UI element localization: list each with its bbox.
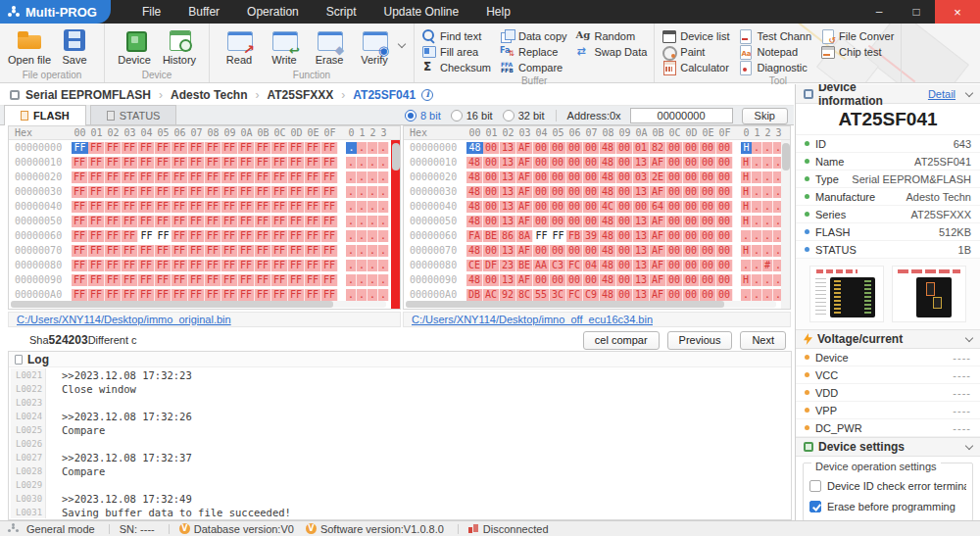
hex-byte-cell[interactable]: FF (188, 142, 205, 154)
hex-byte-cell[interactable]: AF (650, 289, 666, 301)
hex-byte-cell[interactable]: FC (566, 289, 583, 301)
hex-byte-cell[interactable]: 00 (566, 216, 583, 227)
hex-byte-cell[interactable]: 00 (666, 289, 683, 301)
ascii-cell[interactable]: . (752, 157, 762, 169)
hex-byte-cell[interactable]: 00 (716, 171, 733, 183)
hex-byte-cell[interactable]: AF (650, 274, 666, 286)
hex-byte-cell[interactable]: 8A (516, 230, 533, 242)
hex-byte-cell[interactable]: FF (305, 186, 321, 198)
ascii-cell[interactable]: . (741, 260, 752, 271)
hex-byte-cell[interactable]: AF (516, 171, 533, 183)
hex-byte-cell[interactable]: 00 (666, 216, 683, 227)
hex-byte-cell[interactable]: FF (321, 260, 338, 271)
hex-byte-cell[interactable]: 48 (600, 157, 616, 169)
ascii-cell[interactable]: . (762, 186, 773, 198)
hex-byte-cell[interactable]: 13 (500, 274, 516, 286)
read-button[interactable]: Read (217, 25, 262, 66)
ascii-cell[interactable]: . (378, 274, 389, 286)
menu-script[interactable]: Script (313, 0, 370, 24)
hex-byte-cell[interactable]: 00 (566, 171, 583, 183)
hex-byte-cell[interactable]: FF (533, 230, 550, 242)
hex-byte-cell[interactable]: 2E (650, 171, 666, 183)
hex-byte-cell[interactable]: FF (305, 201, 321, 213)
hex-byte-cell[interactable]: 00 (716, 201, 733, 213)
hex-byte-cell[interactable]: FF (238, 230, 255, 242)
hex-byte-cell[interactable]: 00 (533, 171, 550, 183)
hex-byte-cell[interactable]: CE (466, 260, 483, 271)
hex-byte-cell[interactable]: FF (172, 260, 188, 271)
hex-byte-cell[interactable]: FF (138, 186, 155, 198)
hex-byte-cell[interactable]: 00 (616, 186, 633, 198)
ascii-cell[interactable]: . (741, 230, 752, 242)
hex-byte-cell[interactable]: 00 (683, 171, 700, 183)
hex-byte-cell[interactable]: AF (516, 274, 533, 286)
ascii-cell[interactable]: . (346, 289, 357, 301)
hex-byte-cell[interactable]: AF (516, 216, 533, 227)
hex-byte-cell[interactable]: FF (122, 230, 138, 242)
hex-byte-cell[interactable]: FF (271, 142, 288, 154)
hex-byte-cell[interactable]: FF (288, 245, 305, 257)
hex-byte-cell[interactable]: FF (221, 186, 238, 198)
hex-byte-cell[interactable]: 00 (483, 201, 500, 213)
breadcrumb-item-at25sf041[interactable]: AT25SF041 (353, 88, 416, 102)
test-chann-button[interactable]: Test Chann (738, 28, 811, 43)
hex-byte-cell[interactable]: 00 (583, 274, 600, 286)
ascii-cell[interactable]: . (346, 186, 357, 198)
hex-byte-cell[interactable]: 13 (633, 230, 650, 242)
option-erase-before-programming[interactable]: Erase before programming (809, 497, 966, 515)
hex-byte-cell[interactable]: FF (271, 171, 288, 183)
hex-byte-cell[interactable]: FF (288, 216, 305, 227)
hex-byte-cell[interactable]: BE (483, 230, 500, 242)
hex-byte-cell[interactable]: 00 (700, 186, 716, 198)
hex-byte-cell[interactable]: FF (88, 186, 105, 198)
ascii-cell[interactable]: . (762, 216, 773, 227)
hex-byte-cell[interactable]: 00 (583, 186, 600, 198)
hex-byte-cell[interactable]: 13 (500, 171, 516, 183)
hex-byte-cell[interactable]: 13 (500, 142, 516, 154)
hex-byte-cell[interactable]: 00 (700, 274, 716, 286)
hex-byte-cell[interactable]: FF (255, 186, 271, 198)
ascii-cell[interactable]: . (752, 289, 762, 301)
history-button[interactable]: History (157, 25, 202, 66)
hex-byte-cell[interactable]: 00 (666, 260, 683, 271)
hex-byte-cell[interactable]: 00 (583, 142, 600, 154)
hex-byte-cell[interactable]: 00 (566, 186, 583, 198)
hex-byte-cell[interactable]: FF (122, 260, 138, 271)
hex-byte-cell[interactable]: FF (172, 186, 188, 198)
hex-byte-cell[interactable]: 00 (716, 260, 733, 271)
tab-flash[interactable]: FLASH (4, 105, 86, 125)
hex-byte-cell[interactable]: 00 (666, 186, 683, 198)
write-button[interactable]: Write (262, 25, 307, 66)
hex-byte-cell[interactable]: AF (516, 245, 533, 257)
fill-area-button[interactable]: Fill area (421, 44, 491, 59)
ascii-cell[interactable]: . (752, 230, 762, 242)
hex-byte-cell[interactable]: FF (305, 157, 321, 169)
hex-byte-cell[interactable]: FF (288, 142, 305, 154)
hex-byte-cell[interactable]: FF (172, 142, 188, 154)
hex-byte-cell[interactable]: FF (72, 171, 88, 183)
hex-byte-cell[interactable]: 48 (466, 245, 483, 257)
hex-byte-cell[interactable]: 48 (466, 157, 483, 169)
hex-byte-cell[interactable]: FF (72, 216, 88, 227)
hex-byte-cell[interactable]: FF (188, 245, 205, 257)
ascii-cell[interactable]: . (368, 289, 378, 301)
hex-byte-cell[interactable]: FF (221, 289, 238, 301)
hex-byte-cell[interactable]: FF (221, 216, 238, 227)
ascii-cell[interactable]: . (346, 171, 357, 183)
hex-byte-cell[interactable]: FF (172, 171, 188, 183)
data-copy-button[interactable]: Data copy (500, 28, 567, 43)
ascii-cell[interactable]: . (378, 171, 389, 183)
hex-byte-cell[interactable]: 13 (633, 274, 650, 286)
hex-byte-cell[interactable]: 00 (683, 289, 700, 301)
hex-byte-cell[interactable]: C9 (583, 289, 600, 301)
hex-byte-cell[interactable]: 00 (616, 230, 633, 242)
ascii-cell[interactable]: . (346, 142, 357, 154)
hex-byte-cell[interactable]: FF (138, 260, 155, 271)
find-text-button[interactable]: Find text (421, 28, 491, 43)
hex-byte-cell[interactable]: FF (105, 260, 122, 271)
hex-byte-cell[interactable]: 00 (633, 201, 650, 213)
ascii-cell[interactable]: H (741, 171, 752, 183)
hex-byte-cell[interactable]: FF (221, 171, 238, 183)
hex-byte-cell[interactable]: FF (271, 157, 288, 169)
hex-byte-cell[interactable]: FF (221, 142, 238, 154)
